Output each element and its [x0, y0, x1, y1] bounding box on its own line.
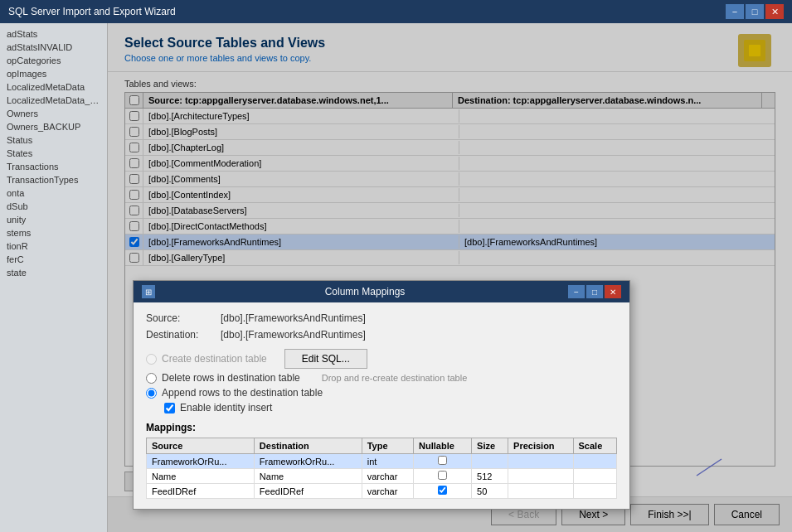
- destination-label: Destination:: [146, 329, 221, 341]
- title-bar: SQL Server Import and Export Wizard − □ …: [0, 0, 792, 23]
- column-mappings-dialog: ⊞ Column Mappings − □ ✕ Source: [dbo].[F…: [133, 280, 630, 510]
- nullable-checkbox-1[interactable]: [438, 471, 447, 480]
- col-header-source: Source: [147, 438, 255, 454]
- mappings-table: Source Destination Type Nullable Size Pr…: [146, 438, 617, 499]
- delete-rows-radio[interactable]: [146, 373, 157, 384]
- mapping-dest-1: Name: [254, 469, 362, 484]
- delete-rows-radio-row: Delete rows in destination table Drop an…: [146, 372, 617, 384]
- dialog-body: Source: [dbo].[FrameworksAndRuntimes] De…: [134, 302, 629, 509]
- sidebar-item-loadstatsinvalid[interactable]: adStatsINVALID: [0, 41, 107, 54]
- mapping-size-0: [472, 454, 508, 469]
- source-info-row: Source: [dbo].[FrameworksAndRuntimes]: [146, 312, 617, 324]
- mappings-title: Mappings:: [146, 422, 617, 433]
- col-header-nullable: Nullable: [414, 438, 472, 454]
- create-dest-radio[interactable]: [146, 354, 157, 365]
- sidebar-item-ferc[interactable]: ferC: [0, 253, 107, 266]
- enable-identity-label: Enable identity insert: [180, 402, 272, 414]
- mapping-precision-1: [508, 469, 573, 484]
- dialog-title-bar: ⊞ Column Mappings − □ ✕: [134, 281, 629, 302]
- sidebar: adStats adStatsINVALID opCategories opIm…: [0, 23, 108, 532]
- sidebar-item-localizedmeta-ba[interactable]: LocalizedMetaData_BA: [0, 94, 107, 107]
- main-window: SQL Server Import and Export Wizard − □ …: [0, 0, 792, 532]
- sidebar-item-transactiontypes[interactable]: TransactionTypes: [0, 173, 107, 186]
- append-rows-radio[interactable]: [146, 388, 157, 399]
- mapping-dest-0: FrameworkOrRu...: [254, 454, 362, 469]
- dialog-close-button[interactable]: ✕: [605, 285, 621, 298]
- main-area: Select Source Tables and Views Choose on…: [108, 23, 792, 532]
- sidebar-item-states[interactable]: States: [0, 147, 107, 160]
- dialog-title: Column Mappings: [162, 286, 568, 297]
- mapping-type-0: int: [362, 454, 413, 469]
- mapping-scale-1: [573, 469, 616, 484]
- title-bar-title: SQL Server Import and Export Wizard: [8, 6, 176, 17]
- col-header-size: Size: [472, 438, 508, 454]
- mapping-dest-2: FeedIDRef: [254, 484, 362, 499]
- source-label: Source:: [146, 312, 221, 324]
- wizard-content: adStats adStatsINVALID opCategories opIm…: [0, 23, 792, 532]
- sidebar-item-opcategories[interactable]: opCategories: [0, 54, 107, 67]
- sidebar-item-dsub[interactable]: dSub: [0, 200, 107, 213]
- mapping-type-2: varchar: [362, 484, 413, 499]
- dialog-icon: ⊞: [142, 285, 155, 298]
- mapping-source-2: FeedIDRef: [147, 484, 255, 499]
- dialog-controls: − □ ✕: [568, 285, 621, 298]
- mapping-type-1: varchar: [362, 469, 413, 484]
- title-bar-controls: − □ ✕: [726, 4, 784, 19]
- dialog-minimize-button[interactable]: −: [568, 285, 585, 298]
- dialog-maximize-button[interactable]: □: [586, 285, 603, 298]
- close-button[interactable]: ✕: [765, 4, 784, 19]
- mapping-nullable-0[interactable]: [414, 454, 472, 469]
- mapping-size-2: 50: [472, 484, 508, 499]
- minimize-button[interactable]: −: [726, 4, 744, 19]
- sidebar-item-state[interactable]: state: [0, 266, 107, 279]
- mapping-nullable-2[interactable]: [414, 484, 472, 499]
- mapping-scale-2: [573, 484, 616, 499]
- sidebar-item-unity[interactable]: unity: [0, 213, 107, 226]
- col-header-type: Type: [362, 438, 413, 454]
- sidebar-item-owners-backup[interactable]: Owners_BACKUP: [0, 120, 107, 133]
- dest-info-row: Destination: [dbo].[FrameworksAndRuntime…: [146, 329, 617, 341]
- sidebar-item-owners[interactable]: Owners: [0, 107, 107, 120]
- mappings-section: Mappings: Source Destination Type Nullab…: [146, 422, 617, 499]
- mapping-scale-0: [573, 454, 616, 469]
- source-value: [dbo].[FrameworksAndRuntimes]: [221, 312, 366, 324]
- mapping-row[interactable]: FeedIDRef FeedIDRef varchar 50: [147, 484, 617, 499]
- col-header-precision: Precision: [508, 438, 573, 454]
- sidebar-item-opimages[interactable]: opImages: [0, 67, 107, 80]
- mapping-precision-0: [508, 454, 573, 469]
- sidebar-item-status[interactable]: Status: [0, 133, 107, 147]
- mapping-source-0: FrameworkOrRu...: [147, 454, 255, 469]
- mapping-nullable-1[interactable]: [414, 469, 472, 484]
- sidebar-item-tionr[interactable]: tionR: [0, 239, 107, 253]
- col-header-scale: Scale: [573, 438, 616, 454]
- nullable-checkbox-2[interactable]: [438, 486, 447, 495]
- sidebar-item-stems[interactable]: stems: [0, 226, 107, 239]
- create-dest-label: Create destination table: [162, 353, 267, 365]
- drop-recreate-label: Drop and re-create destination table: [322, 373, 468, 383]
- sidebar-item-transactions[interactable]: Transactions: [0, 160, 107, 173]
- sidebar-item-localizedmeta[interactable]: LocalizedMetaData: [0, 80, 107, 94]
- maximize-button[interactable]: □: [746, 4, 764, 19]
- mapping-size-1: 512: [472, 469, 508, 484]
- nullable-checkbox-0[interactable]: [438, 456, 447, 465]
- mapping-row-selected[interactable]: FrameworkOrRu... FrameworkOrRu... int: [147, 454, 617, 469]
- dialog-overlay: ⊞ Column Mappings − □ ✕ Source: [dbo].[F…: [108, 23, 792, 532]
- enable-identity-checkbox[interactable]: [164, 403, 175, 414]
- sidebar-item-conta[interactable]: onta: [0, 186, 107, 200]
- mapping-precision-2: [508, 484, 573, 499]
- col-header-destination: Destination: [254, 438, 362, 454]
- delete-rows-label: Delete rows in destination table: [162, 372, 300, 384]
- destination-value: [dbo].[FrameworksAndRuntimes]: [221, 329, 366, 341]
- append-rows-radio-row: Append rows to the destination table: [146, 387, 617, 399]
- mapping-row[interactable]: Name Name varchar 512: [147, 469, 617, 484]
- radio-section: Create destination table Edit SQL... Del…: [146, 349, 617, 414]
- sidebar-item-loadstats[interactable]: adStats: [0, 27, 107, 41]
- create-dest-radio-row: Create destination table Edit SQL...: [146, 349, 617, 369]
- identity-checkbox-row: Enable identity insert: [164, 402, 617, 414]
- append-rows-label: Append rows to the destination table: [162, 387, 323, 399]
- edit-sql-button[interactable]: Edit SQL...: [284, 349, 367, 369]
- mapping-source-1: Name: [147, 469, 255, 484]
